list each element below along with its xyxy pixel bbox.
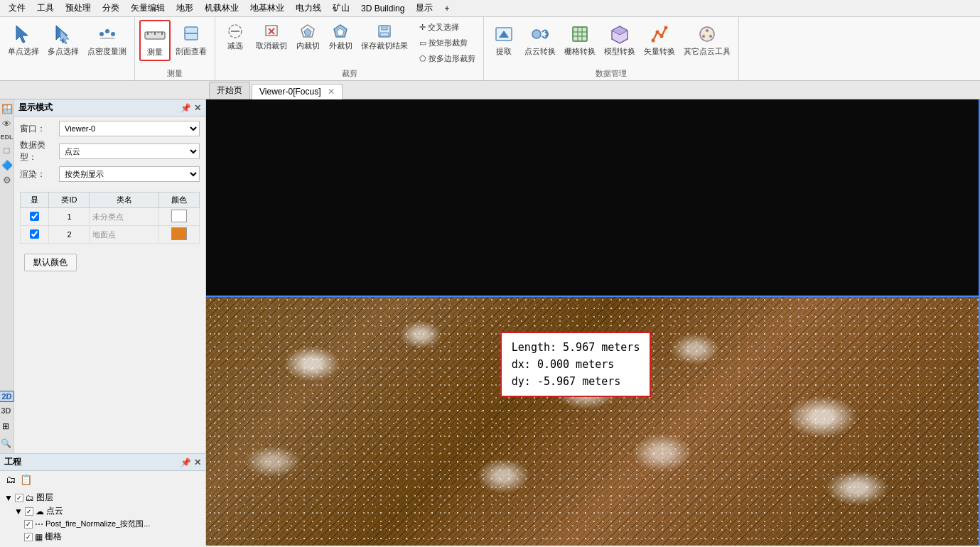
pointcloud-convert-btn[interactable]: 点云转换 <box>521 20 559 60</box>
panel-header-icons: 📌 ✕ <box>181 103 201 113</box>
svg-marker-2 <box>60 30 69 44</box>
main-layout: 🪟 👁 EDL □ 🔷 ⚙ 2D 3D ⊞ 🔍 显示模式 <box>0 99 980 546</box>
inner-cut-btn[interactable]: 内裁切 <box>292 20 323 54</box>
viewer-black-top <box>206 99 980 296</box>
poly-cut-btn[interactable]: ⬠ 按多边形裁剪 <box>416 51 479 66</box>
tree-pc-cb[interactable] <box>25 507 33 516</box>
extract-btn[interactable]: 提取 <box>488 20 519 60</box>
viewer-area[interactable]: Length: 5.967 meters dx: 0.000 meters dy… <box>206 99 980 546</box>
menu-tools[interactable]: 工具 <box>31 1 60 16</box>
tree-pcf-cb[interactable] <box>24 520 33 529</box>
side-icon-edl[interactable]: EDL <box>0 132 15 142</box>
measure-dx: dx: 0.000 meters <box>512 356 640 373</box>
tab-start[interactable]: 开始页 <box>209 82 250 99</box>
grid-convert-icon <box>569 23 591 45</box>
section-view-icon <box>180 23 203 45</box>
menu-3d-building[interactable]: 3D Building <box>355 2 410 15</box>
pointcloud-convert-icon <box>529 23 551 45</box>
other-tools-btn[interactable]: 其它点云工具 <box>680 20 734 60</box>
side-icon-2[interactable]: 👁 <box>1 117 13 131</box>
tree-pointcloud[interactable]: ▼ ☁ 点云 <box>14 504 201 518</box>
tree-root[interactable]: ▼ 🗂 图层 <box>4 491 201 504</box>
side-2d-btn[interactable]: 2D <box>0 391 14 402</box>
project-panel-header: 工程 📌 ✕ <box>0 454 205 471</box>
svg-marker-21 <box>304 28 311 36</box>
measure-tooltip: Length: 5.967 meters dx: 0.000 meters dy… <box>500 332 652 397</box>
datatype-select[interactable]: 点云 <box>59 143 200 159</box>
outer-cut-btn[interactable]: 外裁切 <box>325 20 356 54</box>
measure-length: Length: 5.967 meters <box>512 339 640 356</box>
tree-grid[interactable]: ▦ 栅格 <box>24 530 201 543</box>
extract-icon <box>492 23 515 45</box>
row1-checkbox[interactable] <box>30 212 39 221</box>
tree-vector[interactable]: ▶ ⟡ 矢量 <box>14 543 201 546</box>
tree-pc-file[interactable]: ⋯ Post_fire_Normalize_按范围... <box>24 518 201 530</box>
tree-root-cb[interactable] <box>15 494 23 502</box>
side-3d-btn[interactable]: 3D <box>0 405 14 416</box>
project-pin-icon[interactable]: 📌 <box>181 457 191 467</box>
cancel-cut-btn[interactable]: 取消裁切 <box>252 20 291 54</box>
col-color: 颜色 <box>158 193 199 208</box>
svg-point-44 <box>706 29 709 32</box>
row2-checkbox[interactable] <box>30 229 39 239</box>
side-icon-1[interactable]: 🪟 <box>0 102 14 116</box>
multi-select-btn[interactable]: 多点选择 <box>44 20 82 60</box>
menu-add[interactable]: + <box>438 2 455 15</box>
side-icon-4[interactable]: 🔷 <box>0 158 14 172</box>
grid-convert-btn[interactable]: 栅格转换 <box>561 20 599 60</box>
density-measure-btn[interactable]: 点密度量测 <box>84 20 130 60</box>
menu-aerial-forestry[interactable]: 机载林业 <box>199 1 244 16</box>
cross-select-btn[interactable]: ✛ 交叉选择 <box>416 20 479 35</box>
default-color-btn[interactable]: 默认颜色 <box>24 254 77 271</box>
menu-ground-forestry[interactable]: 地基林业 <box>244 1 290 16</box>
measure-btn[interactable]: 测量 <box>139 20 171 61</box>
display-mode-panel: 显示模式 📌 ✕ 窗口： Viewer-0 <box>14 99 205 281</box>
model-convert-icon <box>608 23 631 45</box>
section-view-btn[interactable]: 剖面查看 <box>172 20 210 60</box>
project-tool-1[interactable]: 🗂 <box>6 474 16 485</box>
menu-powerline[interactable]: 电力线 <box>290 1 327 16</box>
side-icon-3[interactable]: □ <box>3 143 11 157</box>
vector-convert-btn[interactable]: 矢量转换 <box>640 20 679 60</box>
project-close-icon[interactable]: ✕ <box>194 457 201 467</box>
tree-grid-cb[interactable] <box>24 533 33 541</box>
ribbon-group-data: 提取 点云转换 栅格转换 模型转换 <box>484 17 739 80</box>
rect-cut-btn[interactable]: ▭ 按矩形裁剪 <box>416 36 479 50</box>
vector-convert-icon <box>648 23 671 45</box>
menu-terrain[interactable]: 地形 <box>171 1 199 16</box>
multi-select-icon <box>52 23 75 45</box>
project-panel-icons: 📌 ✕ <box>181 457 201 467</box>
row2-color[interactable] <box>171 227 187 240</box>
cancel-cut-icon <box>263 23 280 40</box>
model-convert-btn[interactable]: 模型转换 <box>601 20 639 60</box>
tab-close-icon[interactable]: ✕ <box>328 87 335 97</box>
single-select-btn[interactable]: 单点选择 <box>4 20 43 60</box>
project-tool-2[interactable]: 📋 <box>20 474 32 485</box>
menu-preprocess[interactable]: 预处理 <box>60 1 97 16</box>
side-icon-7[interactable]: 🔍 <box>0 436 12 450</box>
row1-id: 1 <box>49 208 90 226</box>
menu-file[interactable]: 文件 <box>3 1 31 16</box>
row1-color[interactable] <box>171 210 187 222</box>
side-strip: 🪟 👁 EDL □ 🔷 ⚙ 2D 3D ⊞ 🔍 <box>0 99 14 453</box>
side-icon-6[interactable]: ⊞ <box>0 419 12 433</box>
menu-vector-edit[interactable]: 矢量编辑 <box>125 1 171 16</box>
menu-display[interactable]: 显示 <box>410 1 438 16</box>
reduce-btn[interactable]: 减选 <box>220 20 251 54</box>
pin-icon[interactable]: 📌 <box>181 103 191 113</box>
other-tools-icon <box>696 23 718 45</box>
render-select[interactable]: 按类别显示 <box>59 166 200 182</box>
poly-cut-icon: ⬠ <box>419 54 426 63</box>
save-cut-btn[interactable]: 保存裁切结果 <box>357 20 411 54</box>
menu-classify[interactable]: 分类 <box>97 1 125 16</box>
side-icon-5[interactable]: ⚙ <box>1 173 13 187</box>
single-select-icon <box>12 23 35 45</box>
row1-name: 未分类点 <box>90 208 158 226</box>
default-color-section: 默认颜色 <box>14 244 205 281</box>
tab-viewer0[interactable]: Viewer-0[Focus] ✕ <box>252 84 343 99</box>
density-icon <box>96 23 119 45</box>
svg-marker-0 <box>16 26 28 43</box>
menu-mine[interactable]: 矿山 <box>327 1 355 16</box>
window-select[interactable]: Viewer-0 <box>59 121 200 136</box>
close-panel-icon[interactable]: ✕ <box>194 103 201 113</box>
